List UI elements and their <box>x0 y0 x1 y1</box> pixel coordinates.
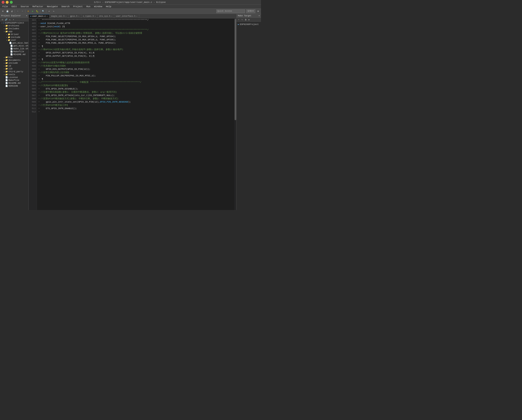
tree-item-makefile[interactable]: 📄Makefile <box>0 79 29 82</box>
tree-item-makefile[interactable]: 📄Makefile <box>0 50 29 53</box>
make-run-icon[interactable]: ▶ <box>247 18 251 22</box>
collapse-all-icon[interactable]: ⊟ <box>1 18 4 21</box>
forward-button[interactable]: → <box>20 9 24 13</box>
tree-item-user[interactable]: ▾📁user <box>0 39 29 42</box>
code-content[interactable]: » **************************************… <box>37 18 234 210</box>
close-button[interactable]: ✕ <box>2 1 5 4</box>
tree-icon: 📄 <box>10 45 13 47</box>
tree-item-lib[interactable]: ▸📁lib <box>0 67 29 70</box>
menu-navigate[interactable]: Navigate <box>45 5 59 8</box>
code-line: »/**************************. 中断配置 *****… <box>38 81 233 84</box>
tree-item-include[interactable]: ▸📁include <box>0 62 29 64</box>
tree-item-esp8266project[interactable]: ▾⬡ESP8266Project <box>0 22 29 24</box>
tree-item-readme-md[interactable]: 📄README.md <box>0 82 29 84</box>
menu-file[interactable]: File <box>1 5 9 8</box>
code-line: » //设置引脚的内部上拉功能¶ <box>38 71 233 74</box>
tree-item-documents[interactable]: ▸📁documents <box>0 59 29 62</box>
tree-item-driver[interactable]: ▸📁driver <box>0 33 29 36</box>
editor-vscrollbar[interactable] <box>234 18 237 210</box>
make-target-toolbar: + ✎ 🗑 ▶ <box>237 18 261 22</box>
tree-icon: 📁 <box>8 39 10 41</box>
line-number: 495 <box>29 54 37 58</box>
editor-vscroll-thumb[interactable] <box>235 19 236 120</box>
tab-user-main-c[interactable]: ● user_main.c ✕ <box>29 14 50 18</box>
menu-help[interactable]: Help <box>104 5 113 8</box>
link-editor-icon[interactable]: 🔗 <box>5 18 8 21</box>
tree-item-app[interactable]: ▾📁app <box>0 30 29 33</box>
code-line: » gpio_pin_intr_state_set(GPIO_ID_PIN(12… <box>38 100 233 104</box>
close-tab-gpio[interactable]: ✕ <box>78 15 79 17</box>
code-line: » ¶ <box>38 77 233 81</box>
close-tab-ets-sys[interactable]: ✕ <box>111 15 112 17</box>
line-number: 496 <box>29 58 37 61</box>
tree-icon: 📁 <box>5 27 8 30</box>
undo-button[interactable]: ↩ <box>47 9 51 13</box>
menu-edit[interactable]: Edit <box>10 5 18 8</box>
tree-item-include[interactable]: ▸📁include <box>0 36 29 39</box>
line-number: 506 <box>29 91 37 94</box>
menu-refactor[interactable]: Refactor <box>31 5 45 8</box>
tree-item-license[interactable]: 📄License <box>0 76 29 79</box>
close-tab-ctypes[interactable]: ✕ <box>95 15 96 17</box>
line-number: 512 <box>29 110 37 113</box>
tree-item-make-lib-sh[interactable]: 📄make_lib.sh <box>0 47 29 50</box>
close-tab-eagle-soc[interactable]: ✕ <box>66 15 67 17</box>
tab-user-interface-h[interactable]: user_interface.h ✕ <box>114 14 139 18</box>
debug-button[interactable]: 🐛 <box>35 9 39 13</box>
code-line: »/**************************************… <box>38 28 233 31</box>
make-edit-icon[interactable]: ✎ <box>240 18 244 22</box>
make-item-esp8266[interactable]: ▶ ESP8266Project <box>237 23 261 26</box>
search-btn[interactable]: 🔍 <box>41 9 45 13</box>
code-editor[interactable]: 4844854864874884894904914924934944954964… <box>29 18 237 210</box>
minimize-button[interactable]: ─ <box>6 1 9 4</box>
save-button[interactable]: 💾 <box>5 9 9 13</box>
code-line: »void ICACHE_FLASH_ATTR <box>38 22 233 25</box>
tree-item-gen-misc-sh[interactable]: 📄gen_misc.sh <box>0 44 29 47</box>
tree-item-archives[interactable]: ▸📁Archives <box>0 24 29 27</box>
tree-item-readme-md[interactable]: 📄README.md <box>0 53 29 56</box>
new-button[interactable]: ⊕ <box>1 9 5 13</box>
code-line: » ¶ <box>38 45 233 48</box>
menu-run[interactable]: Run <box>85 5 92 8</box>
tree-item-bin[interactable]: ▸📁bin <box>0 56 29 59</box>
quick-access-input[interactable]: Quick Access <box>216 9 245 13</box>
print-button[interactable]: 🖨 <box>10 9 14 13</box>
make-delete-icon[interactable]: 🗑 <box>244 18 247 22</box>
menu-window[interactable]: Window <box>92 5 104 8</box>
run-button[interactable]: ▶ <box>31 9 35 13</box>
perspective-label: C/C++ <box>248 10 254 12</box>
close-tab-user-interface[interactable]: ✕ <box>136 15 137 17</box>
close-tab-user-main[interactable]: ✕ <box>46 15 47 17</box>
tree-item-includes[interactable]: ▸📁Includes <box>0 27 29 30</box>
tree-item-third-party[interactable]: ▸📁third_party <box>0 70 29 73</box>
build-button[interactable]: ⚙ <box>26 9 30 13</box>
tree-item-tools[interactable]: ▸📁tools <box>0 73 29 76</box>
line-number: 491 <box>29 41 37 45</box>
back-button[interactable]: ← <box>16 9 20 13</box>
make-new-icon[interactable]: + <box>237 18 240 22</box>
make-target-panel: Make Target ▾ + ✎ 🗑 ▶ ▶ ESP8266Project <box>237 14 261 210</box>
line-number: 490 <box>29 38 37 41</box>
toolbar: ⊕ 💾 🖨 ← → ⚙ ▶ 🐛 🔍 ↩ ↪ Quick Access C/C++… <box>0 9 261 14</box>
tree-item-ld[interactable]: ▸📁ld <box>0 64 29 67</box>
maximize-button[interactable]: □ <box>10 1 13 4</box>
menu-source[interactable]: Source <box>19 5 31 8</box>
project-explorer-menu-icon[interactable]: ▾ <box>26 15 27 17</box>
tree-icon: 📄 <box>5 76 8 79</box>
quick-access-label: Quick Access <box>217 10 232 12</box>
tree-item-gen-misc-bat[interactable]: 📄gen_misc.bat <box>0 42 29 44</box>
tab-ets-sys-h[interactable]: ets_sys.h ✕ <box>98 14 114 18</box>
tree-item-version[interactable]: 📄VERSION <box>0 84 29 87</box>
code-line: » GPIO_OUTPUT_SET(GPIO_ID_PIN(5), 0);¶ <box>38 54 233 58</box>
menu-search[interactable]: Search <box>60 5 71 8</box>
tab-gpio-h[interactable]: gpio.h ✕ <box>68 14 81 18</box>
tab-eagle-soc-h[interactable]: eagle_soc.h ✕ <box>50 14 68 18</box>
menu-project[interactable]: Project <box>72 5 84 8</box>
perspective-cpp[interactable]: C/C++ <box>246 9 255 13</box>
tab-c-types-h[interactable]: c_types.h ✕ <box>81 14 98 18</box>
sync-icon[interactable]: ↻ <box>8 18 11 21</box>
open-perspective[interactable]: ⊞ <box>256 9 260 13</box>
make-target-menu-icon[interactable]: ▾ <box>259 15 260 17</box>
filter-icon[interactable]: ▾ <box>12 18 15 21</box>
redo-button[interactable]: ↪ <box>52 9 56 13</box>
